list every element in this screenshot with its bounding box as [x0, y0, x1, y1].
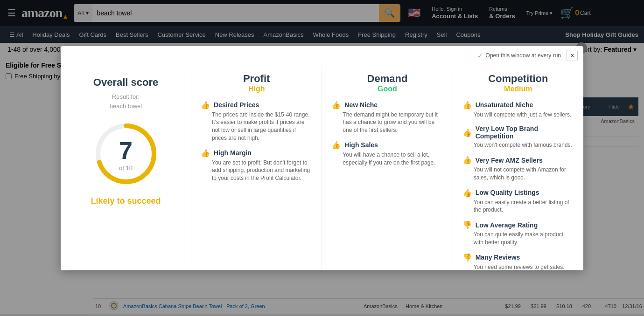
demand-item-1: 👍 High Sales You will have a chance to s… — [331, 141, 443, 167]
profit-item-0: 👍 Desired Prices The prices are inside t… — [201, 101, 312, 142]
demand-panel: Demand Good 👍 New Niche The demand might… — [322, 65, 453, 270]
circle-number-display: 7 of 10 — [119, 137, 133, 172]
comp-thumb-1: 👍 — [462, 128, 472, 137]
modal-body: Overall score Result for: beach towel — [61, 65, 583, 270]
profit-item-0-title: Desired Prices — [214, 101, 259, 109]
demand-item-1-title: High Sales — [344, 141, 378, 149]
score-circle: 7 of 10 — [91, 119, 161, 189]
profit-panel: Profit High 👍 Desired Prices The prices … — [191, 65, 322, 270]
comp-item-4-desc: You can quite easily make a product with… — [462, 231, 574, 247]
demand-item-0-desc: The demand might be temporary but it has… — [331, 111, 443, 134]
modal-wrapper: × ✓ Open this window at every run × Over… — [61, 46, 583, 270]
thumb-up-icon-1: 👍 — [201, 149, 210, 158]
competition-item-1: 👍 Very Low Top Brand Competition You won… — [462, 125, 574, 149]
demand-subtitle: Good — [331, 85, 443, 93]
comp-item-1-title: Very Low Top Brand Competition — [476, 125, 574, 140]
comp-thumb-3: 👍 — [462, 188, 472, 197]
score-modal: ✓ Open this window at every run × Overal… — [61, 46, 583, 270]
score-value: 7 — [119, 137, 133, 164]
demand-thumb-up-1: 👍 — [331, 141, 341, 150]
competition-item-2: 👍 Very Few AMZ Sellers You will not comp… — [462, 156, 574, 182]
competition-item-5: 👎 Many Reviews You need some reviews to … — [462, 253, 574, 270]
comp-item-3-title: Low Quality Listings — [476, 189, 539, 196]
demand-item-0: 👍 New Niche The demand might be temporar… — [331, 101, 443, 134]
overall-score-panel: Overall score Result for: beach towel — [61, 65, 191, 270]
comp-item-0-desc: You will compete with just a few sellers… — [462, 111, 574, 119]
open-every-run-label: Open this window at every run — [486, 52, 561, 59]
comp-item-4-title: Low Average Rating — [476, 221, 538, 229]
comp-thumb-2: 👍 — [462, 156, 472, 165]
result-keyword: beach towel — [110, 103, 142, 110]
comp-item-5-title: Many Reviews — [476, 254, 520, 261]
competition-item-3: 👍 Low Quality Listings You can easily cr… — [462, 188, 574, 214]
comp-thumb-0: 👍 — [462, 101, 472, 110]
open-every-run-option[interactable]: ✓ Open this window at every run — [477, 52, 561, 59]
competition-subtitle: Medium — [462, 85, 574, 93]
profit-subtitle: High — [201, 85, 312, 93]
profit-item-1: 👍 High Margin You are set to profit. But… — [201, 149, 312, 182]
competition-item-0: 👍 Unsaturated Niche You will compete wit… — [462, 101, 574, 119]
profit-item-1-title: High Margin — [214, 149, 252, 157]
likely-to-succeed-label: Likely to succeed — [91, 196, 161, 206]
demand-title: Demand — [331, 73, 443, 85]
comp-item-2-desc: You will not compete with Amazon for sal… — [462, 166, 574, 182]
thumb-up-icon-0: 👍 — [201, 101, 210, 110]
profit-item-1-desc: You are set to profit. But don't forget … — [201, 159, 312, 182]
demand-item-1-desc: You will have a chance to sell a lot, es… — [331, 151, 443, 167]
comp-item-0-title: Unsaturated Niche — [476, 101, 533, 109]
profit-item-0-desc: The prices are inside the $15-40 range. … — [201, 111, 312, 142]
modal-overlay: × ✓ Open this window at every run × Over… — [0, 0, 644, 316]
comp-item-5-desc: You need some reviews to get sales. — [462, 263, 574, 270]
demand-item-0-title: New Niche — [344, 101, 378, 109]
modal-header: ✓ Open this window at every run × — [61, 46, 583, 65]
profit-title: Profit — [201, 73, 312, 85]
comp-item-3-desc: You can easily create a better listing o… — [462, 199, 574, 214]
competition-panel: Competition Medium 👍 Unsaturated Niche Y… — [453, 65, 583, 270]
checkmark-icon: ✓ — [477, 52, 483, 59]
competition-title: Competition — [462, 73, 574, 85]
demand-thumb-up-0: 👍 — [331, 101, 341, 110]
comp-item-2-title: Very Few AMZ Sellers — [476, 157, 543, 164]
comp-thumb-5: 👎 — [462, 253, 472, 262]
result-for-label: Result for: beach towel — [110, 92, 142, 112]
competition-item-4: 👎 Low Average Rating You can quite easil… — [462, 220, 574, 247]
score-of-label: of 10 — [119, 165, 133, 172]
comp-thumb-4: 👎 — [462, 220, 472, 229]
comp-item-1-desc: You won't compete with famous brands. — [462, 141, 574, 149]
close-modal-button[interactable]: × — [567, 50, 578, 61]
overall-score-title: Overall score — [93, 76, 158, 89]
